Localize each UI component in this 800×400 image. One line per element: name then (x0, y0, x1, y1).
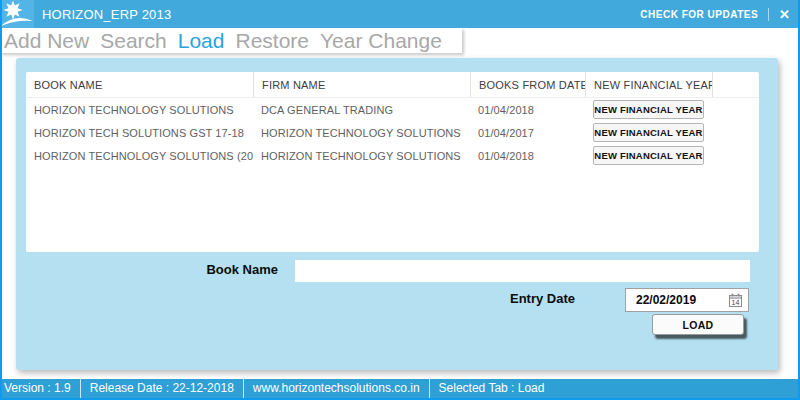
tab-search[interactable]: Search (100, 28, 167, 53)
status-item: Selected Tab : Load (429, 379, 554, 398)
firm-name-cell: DCA GENERAL TRADING (253, 104, 470, 116)
firm-name-cell: HORIZON TECHNOLOGY SOLUTIONS (253, 127, 470, 139)
table-row[interactable]: HORIZON TECH SOLUTIONS GST 17-18HORIZON … (26, 121, 759, 144)
entry-date-value: 22/02/2019 (626, 293, 728, 307)
table-row[interactable]: HORIZON TECHNOLOGY SOLUTIONSDCA GENERAL … (26, 98, 759, 121)
tab-add-new[interactable]: Add New (4, 28, 89, 53)
books-from-date-cell: 01/04/2018 (470, 104, 585, 116)
new-financial-year-button[interactable]: NEW FINANCIAL YEAR (593, 146, 704, 165)
status-item: www.horizontechsolutions.co.in (243, 379, 429, 398)
title-bar: HORIZON_ERP 2013 CHECK FOR UPDATES ✕ (0, 0, 800, 28)
book-name-cell: HORIZON TECHNOLOGY SOLUTIONS (2018-2019) (26, 150, 253, 162)
new-financial-year-button[interactable]: NEW FINANCIAL YEAR (593, 100, 704, 119)
action-cell: NEW FINANCIAL YEAR (585, 123, 712, 142)
column-header-firm-name[interactable]: FIRM NAME (253, 72, 470, 97)
action-cell: NEW FINANCIAL YEAR (585, 146, 712, 165)
tab-load[interactable]: Load (178, 28, 225, 53)
action-cell: NEW FINANCIAL YEAR (585, 100, 712, 119)
book-name-label: Book Name (166, 262, 278, 277)
app-logo-icon (0, 0, 34, 28)
column-header-books-from-date[interactable]: BOOKS FROM DATE (470, 72, 585, 97)
close-icon[interactable]: ✕ (779, 8, 790, 21)
table-body: HORIZON TECHNOLOGY SOLUTIONSDCA GENERAL … (26, 98, 759, 167)
status-item: Release Date : 22-12-2018 (80, 379, 243, 398)
check-for-updates-button[interactable]: CHECK FOR UPDATES (640, 9, 758, 20)
tab-bar: Add NewSearchLoadRestoreYear Change (0, 28, 462, 53)
main-panel: BOOK NAME FIRM NAME BOOKS FROM DATE NEW … (16, 58, 778, 370)
book-name-cell: HORIZON TECHNOLOGY SOLUTIONS (26, 104, 253, 116)
window-title: HORIZON_ERP 2013 (42, 7, 171, 22)
books-table: BOOK NAME FIRM NAME BOOKS FROM DATE NEW … (26, 72, 759, 252)
books-from-date-cell: 01/04/2017 (470, 127, 585, 139)
titlebar-divider (768, 8, 769, 21)
table-row[interactable]: HORIZON TECHNOLOGY SOLUTIONS (2018-2019)… (26, 144, 759, 167)
book-name-input[interactable] (295, 260, 750, 282)
tab-year-change[interactable]: Year Change (320, 28, 442, 53)
status-bar: Version : 1.9Release Date : 22-12-2018ww… (0, 379, 800, 398)
column-header-book-name[interactable]: BOOK NAME (26, 72, 253, 97)
column-header-filler (712, 72, 759, 97)
entry-date-label: Entry Date (446, 291, 575, 306)
app-window: HORIZON_ERP 2013 CHECK FOR UPDATES ✕ Add… (0, 0, 800, 400)
tab-restore[interactable]: Restore (235, 28, 309, 53)
status-item: Version : 1.9 (0, 379, 80, 398)
new-financial-year-button[interactable]: NEW FINANCIAL YEAR (593, 123, 704, 142)
load-button[interactable]: LOAD (652, 314, 744, 335)
svg-text:14: 14 (732, 298, 740, 305)
calendar-icon[interactable]: 14 (728, 293, 743, 308)
book-name-cell: HORIZON TECH SOLUTIONS GST 17-18 (26, 127, 253, 139)
firm-name-cell: HORIZON TECHNOLOGY SOLUTIONS (253, 150, 470, 162)
column-header-new-financial-year[interactable]: NEW FINANCIAL YEAR (585, 72, 712, 97)
entry-date-input[interactable]: 22/02/2019 14 (625, 288, 749, 312)
table-header: BOOK NAME FIRM NAME BOOKS FROM DATE NEW … (26, 72, 759, 98)
books-from-date-cell: 01/04/2018 (470, 150, 585, 162)
